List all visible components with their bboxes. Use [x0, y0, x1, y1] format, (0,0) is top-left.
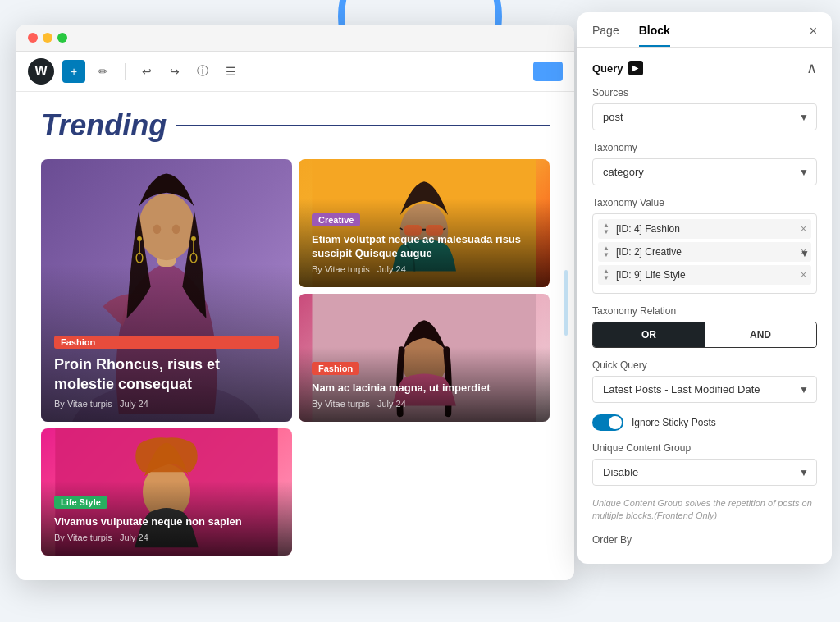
tag-down-arrow-1[interactable]: ▼ — [603, 229, 609, 236]
unique-content-field: Unique Content Group Disable Enable ▼ — [592, 442, 817, 486]
unique-content-help-text: Unique Content Group solves the repetiti… — [592, 497, 817, 523]
list-view-icon[interactable]: ☰ — [221, 62, 240, 81]
relation-and-button[interactable]: AND — [705, 322, 816, 347]
wp-titlebar — [16, 25, 574, 52]
taxonomy-tag-lifestyle-text: [ID: 9] Life Style — [616, 269, 794, 281]
taxonomy-value-container: ▲ ▼ [ID: 4] Fashion × ▲ ▼ [ID: 2] Creati… — [592, 213, 817, 294]
post-bottom-right-title: Vivamus vulputate neque non sapien — [54, 515, 279, 529]
tab-block[interactable]: Block — [639, 24, 670, 47]
panel-body: Query ▶ ∧ Sources post page custom ▼ Tax… — [578, 48, 832, 564]
order-by-label: Order By — [592, 534, 817, 546]
tag-down-arrow-2[interactable]: ▼ — [603, 252, 609, 258]
post-large-category: Fashion — [54, 336, 279, 349]
panel-tabs: Page Block — [592, 24, 670, 47]
post-bottom-right-meta: By Vitae turpis July 24 — [54, 533, 279, 542]
post-card-large[interactable]: Fashion Proin Rhoncus, risus et molestie… — [41, 159, 292, 422]
taxonomy-label: Taxonomy — [592, 142, 817, 153]
taxonomy-tag-fashion-remove[interactable]: × — [801, 223, 806, 235]
quick-query-field: Quick Query Latest Posts - Last Modified… — [592, 359, 817, 403]
taxonomy-tag-creative-text: [ID: 2] Creative — [616, 246, 794, 258]
window-dot-red[interactable] — [28, 33, 38, 43]
post-card-top-right[interactable]: Creative Etiam volutpat neque ac malesua… — [299, 159, 550, 287]
query-video-icon: ▶ — [628, 61, 643, 75]
post-large-title: Proin Rhoncus, risus et molestie consequ… — [54, 355, 279, 394]
post-card-bottom-right[interactable]: Life Style Vivamus vulputate neque non s… — [41, 428, 292, 556]
edit-icon[interactable]: ✏ — [94, 62, 113, 81]
post-top-right-overlay: Creative Etiam volutpat neque ac malesua… — [299, 199, 550, 287]
taxonomy-tag-lifestyle: ▲ ▼ [ID: 9] Life Style × — [598, 265, 811, 285]
post-bottom-right-overlay: Life Style Vivamus vulputate neque non s… — [41, 481, 292, 556]
post-large-meta: By Vitae turpis July 24 — [54, 399, 279, 409]
toolbar-separator-1 — [125, 63, 126, 80]
sources-select[interactable]: post page custom — [592, 103, 817, 130]
sources-label: Sources — [592, 87, 817, 98]
wp-content: Trending — [16, 92, 574, 580]
undo-icon[interactable]: ↩ — [137, 62, 157, 81]
quick-query-label: Quick Query — [592, 359, 817, 371]
unique-content-label: Unique Content Group — [592, 442, 817, 454]
tag-down-arrow-3[interactable]: ▼ — [603, 275, 609, 281]
wp-toolbar: W + ✏ ↩ ↪ ⓘ ☰ — [16, 52, 574, 92]
ignore-sticky-label: Ignore Sticky Posts — [632, 417, 716, 428]
post-bottom-left-title: Nam ac lacinia magna, ut imperdiet — [312, 382, 536, 396]
tag-arrows-2: ▲ ▼ — [603, 245, 609, 258]
taxonomy-relation-field: Taxonomy Relation OR AND — [592, 305, 817, 348]
post-top-right-meta: By Vitae turpis July 24 — [312, 264, 536, 274]
trending-text: Trending — [41, 108, 167, 143]
sources-select-wrapper: post page custom ▼ — [592, 103, 817, 130]
sources-field: Sources post page custom ▼ — [592, 87, 817, 130]
taxonomy-value-dropdown-arrow[interactable]: ▼ — [800, 248, 810, 259]
tag-arrows-1: ▲ ▼ — [603, 222, 609, 236]
post-large-overlay: Fashion Proin Rhoncus, risus et molestie… — [41, 159, 292, 422]
trending-line — [176, 125, 550, 126]
post-card-bottom-left[interactable]: Fashion Nam ac lacinia magna, ut imperdi… — [299, 294, 550, 422]
post-bottom-left-category: Fashion — [312, 362, 359, 375]
redo-icon[interactable]: ↪ — [165, 62, 185, 81]
toggle-knob — [609, 416, 622, 429]
query-section-title: Query ▶ — [592, 61, 643, 75]
relation-toggle: OR AND — [592, 322, 817, 348]
taxonomy-value-field: Taxonomy Value ▲ ▼ [ID: 4] Fashion × ▲ ▼ — [592, 197, 817, 294]
unique-content-select-wrapper: Disable Enable ▼ — [592, 459, 817, 486]
tab-page[interactable]: Page — [592, 24, 619, 47]
ignore-sticky-toggle[interactable] — [592, 414, 623, 431]
taxonomy-select[interactable]: category tag custom — [592, 158, 817, 185]
taxonomy-relation-label: Taxonomy Relation — [592, 305, 817, 317]
info-icon[interactable]: ⓘ — [193, 62, 212, 81]
posts-grid: Fashion Proin Rhoncus, risus et molestie… — [41, 159, 550, 556]
post-top-right-title: Etiam volutpat neque ac malesuada risus … — [312, 233, 536, 261]
post-bottom-left-overlay: Fashion Nam ac lacinia magna, ut imperdi… — [299, 347, 550, 422]
taxonomy-tag-creative: ▲ ▼ [ID: 2] Creative × — [598, 242, 811, 262]
window-dot-yellow[interactable] — [43, 33, 52, 43]
post-bottom-right-category: Life Style — [54, 496, 107, 509]
tag-arrows-3: ▲ ▼ — [603, 268, 609, 281]
taxonomy-value-label: Taxonomy Value — [592, 197, 817, 208]
ignore-sticky-row: Ignore Sticky Posts — [592, 414, 817, 431]
unique-content-select[interactable]: Disable Enable — [592, 459, 817, 486]
post-bottom-left-meta: By Vitae turpis July 24 — [312, 399, 536, 409]
taxonomy-tag-fashion: ▲ ▼ [ID: 4] Fashion × — [598, 219, 811, 239]
quick-query-select[interactable]: Latest Posts - Last Modified Date Latest… — [592, 376, 817, 403]
collapse-button[interactable]: ∧ — [806, 61, 817, 75]
window-dot-green[interactable] — [57, 33, 67, 43]
editor-scrollbar[interactable] — [564, 270, 568, 336]
block-settings-panel: Page Block × Query ▶ ∧ Sources post page — [578, 12, 832, 564]
taxonomy-select-wrapper: category tag custom ▼ — [592, 158, 817, 185]
query-section-header: Query ▶ ∧ — [592, 61, 817, 75]
add-block-button[interactable]: + — [62, 60, 85, 83]
post-top-right-category: Creative — [312, 213, 360, 226]
preview-button[interactable] — [533, 62, 563, 81]
taxonomy-field: Taxonomy category tag custom ▼ — [592, 142, 817, 185]
quick-query-select-wrapper: Latest Posts - Last Modified Date Latest… — [592, 376, 817, 403]
panel-header: Page Block × — [578, 12, 832, 48]
trending-section-title: Trending — [41, 108, 550, 143]
relation-or-button[interactable]: OR — [593, 322, 705, 347]
taxonomy-tag-fashion-text: [ID: 4] Fashion — [616, 223, 794, 235]
panel-close-button[interactable]: × — [810, 24, 817, 47]
wp-editor-window: W + ✏ ↩ ↪ ⓘ ☰ Trending — [16, 25, 574, 580]
taxonomy-tag-lifestyle-remove[interactable]: × — [801, 269, 806, 281]
wp-logo: W — [28, 58, 54, 85]
